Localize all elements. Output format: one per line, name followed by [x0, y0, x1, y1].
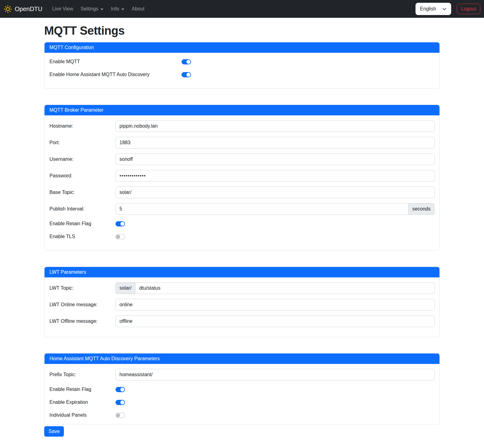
publish-interval-label: Publish Interval:: [49, 206, 115, 212]
password-input[interactable]: [115, 170, 435, 182]
enable-tls-label: Enable TLS: [49, 234, 115, 239]
card-header: MQTT Configuration: [45, 42, 439, 53]
mqtt-broker-card: MQTT Broker Parameter Hostname: Port: Us…: [44, 105, 440, 251]
password-row: Password:: [49, 170, 435, 182]
enable-hass-discovery-switch[interactable]: [182, 72, 191, 77]
lwt-topic-input[interactable]: [135, 282, 435, 294]
lwt-offline-row: LWT Offline message:: [49, 315, 435, 327]
enable-hass-discovery-row: Enable Home Assistant MQTT Auto Discover…: [49, 71, 435, 79]
caret-down-icon: [100, 9, 103, 10]
hass-expiration-row: Enable Expiration: [49, 398, 435, 406]
username-label: Username:: [49, 156, 115, 162]
hass-expiration-label: Enable Expiration: [49, 400, 115, 405]
hass-retain-switch[interactable]: [115, 387, 125, 392]
logout-button[interactable]: Logout: [457, 4, 480, 14]
card-header: LWT Parameters: [45, 267, 439, 277]
base-topic-row: Base Topic:: [49, 187, 435, 198]
enable-hass-discovery-label: Enable Home Assistant MQTT Auto Discover…: [49, 72, 182, 77]
nav-item-about[interactable]: About: [132, 4, 145, 14]
username-row: Username:: [49, 153, 435, 165]
nav-item-settings[interactable]: Settings: [80, 4, 103, 14]
enable-retain-label: Enable Retain Flag: [49, 221, 115, 226]
hass-discovery-card: Home Assistant MQTT Auto Discovery Param…: [44, 353, 440, 424]
seconds-addon: seconds: [408, 203, 435, 215]
nav-item-live-view[interactable]: Live View: [52, 4, 73, 14]
lwt-topic-label: LWT Topic:: [49, 285, 115, 291]
brand-label: OpenDTU: [15, 6, 42, 13]
individual-panels-switch[interactable]: [115, 413, 125, 418]
prefix-topic-label: Prefix Topic:: [49, 372, 115, 377]
switch-knob: [116, 235, 120, 239]
enable-mqtt-label: Enable MQTT: [49, 59, 182, 64]
hostname-input[interactable]: [115, 120, 435, 132]
hostname-label: Hostname:: [49, 123, 115, 129]
switch-knob: [186, 73, 190, 77]
caret-down-icon: [121, 9, 124, 10]
lwt-topic-prefix-addon: solar/: [115, 282, 135, 294]
mqtt-configuration-card: MQTT Configuration Enable MQTT Enable Ho…: [44, 42, 440, 89]
enable-retain-row: Enable Retain Flag: [49, 220, 435, 228]
enable-tls-row: Enable TLS: [49, 233, 435, 241]
port-row: Port:: [49, 137, 435, 149]
enable-mqtt-row: Enable MQTT: [49, 58, 435, 66]
nav-item-info[interactable]: Info: [111, 4, 124, 14]
hass-retain-label: Enable Retain Flag: [49, 387, 115, 392]
lwt-online-label: LWT Online message:: [49, 302, 115, 307]
switch-knob: [120, 388, 124, 392]
brand-link[interactable]: OpenDTU: [4, 5, 42, 13]
navbar: OpenDTU Live View Settings Info About En…: [0, 0, 484, 18]
publish-interval-input[interactable]: [115, 203, 408, 215]
switch-knob: [120, 222, 124, 226]
hass-retain-row: Enable Retain Flag: [49, 385, 435, 393]
base-topic-label: Base Topic:: [49, 190, 115, 195]
port-input[interactable]: [115, 137, 435, 149]
prefix-topic-input[interactable]: [115, 369, 435, 380]
lwt-online-input[interactable]: [115, 299, 435, 311]
enable-tls-switch[interactable]: [115, 234, 125, 239]
enable-mqtt-switch[interactable]: [182, 59, 191, 64]
chevron-down-icon: [442, 7, 447, 11]
language-select[interactable]: English: [416, 3, 451, 15]
enable-retain-switch[interactable]: [115, 221, 125, 226]
port-label: Port:: [49, 140, 115, 145]
switch-knob: [120, 400, 124, 404]
sun-icon: [4, 5, 12, 13]
base-topic-input[interactable]: [115, 187, 435, 198]
card-header: MQTT Broker Parameter: [45, 105, 439, 115]
publish-interval-row: Publish Interval: seconds: [49, 203, 435, 215]
card-header: Home Assistant MQTT Auto Discovery Param…: [45, 353, 439, 364]
save-button[interactable]: Save: [44, 426, 64, 437]
prefix-topic-row: Prefix Topic:: [49, 369, 435, 380]
hostname-row: Hostname:: [49, 120, 435, 132]
lwt-offline-label: LWT Offline message:: [49, 319, 115, 324]
lwt-offline-input[interactable]: [115, 315, 435, 327]
lwt-topic-row: LWT Topic: solar/: [49, 282, 435, 294]
switch-knob: [186, 60, 190, 64]
lwt-parameters-card: LWT Parameters LWT Topic: solar/ LWT Onl…: [44, 267, 440, 337]
switch-knob: [116, 413, 120, 417]
password-label: Password:: [49, 173, 115, 179]
individual-panels-label: Individual Panels: [49, 412, 115, 418]
hass-expiration-switch[interactable]: [115, 400, 125, 405]
username-input[interactable]: [115, 153, 435, 165]
individual-panels-row: Individual Panels: [49, 411, 435, 419]
lwt-online-row: LWT Online message:: [49, 299, 435, 311]
page-title: MQTT Settings: [44, 24, 440, 37]
language-selected: English: [420, 6, 436, 12]
